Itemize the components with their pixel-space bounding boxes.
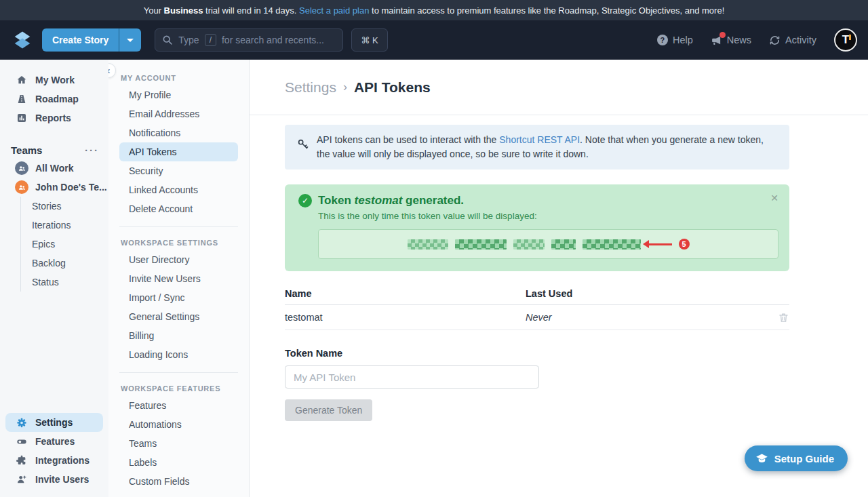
redacted-token-segment — [551, 239, 576, 250]
sidebar-label: Integrations — [35, 455, 90, 466]
sidebar-item-john-does-team[interactable]: John Doe's Te... — [0, 178, 108, 197]
subnav-item-import-sync[interactable]: Import / Sync — [119, 288, 238, 307]
subnav-item-email-addresses[interactable]: Email Addresses — [119, 104, 238, 123]
section-header-workspace-settings: WORKSPACE SETTINGS — [108, 235, 249, 250]
activity-button[interactable]: Activity — [769, 35, 816, 46]
sidebar-item-roadmap[interactable]: Roadmap — [0, 90, 108, 108]
sidebar-item-all-work[interactable]: All Work — [0, 159, 108, 178]
token-generated-alert: ✓ Token testomat generated. ✕ This is th… — [285, 184, 789, 271]
sidebar-label: Reports — [35, 113, 71, 123]
subnav-item-my-profile[interactable]: My Profile — [119, 85, 238, 104]
sidebar-item-status[interactable]: Status — [21, 273, 108, 292]
select-paid-plan-link[interactable]: Select a paid plan — [299, 5, 369, 16]
team-sub-list: Stories Iterations Epics Backlog Status — [20, 197, 108, 292]
sidebar-label: Roadmap — [35, 94, 79, 104]
toggle-icon — [16, 436, 27, 447]
api-tokens-table: Name Last Used testomat Never — [285, 282, 789, 330]
subnav-item-api-tokens[interactable]: API Tokens — [119, 142, 238, 161]
sidebar-item-invite-users[interactable]: Invite Users — [0, 470, 108, 489]
column-header-last-used: Last Used — [526, 288, 762, 299]
sidebar-item-reports[interactable]: Reports — [0, 108, 108, 127]
token-name-input[interactable] — [285, 365, 539, 389]
gear-icon — [16, 417, 27, 428]
teams-section-header: Teams ··· — [0, 141, 108, 159]
key-icon — [297, 138, 309, 154]
sidebar-label: Settings — [35, 417, 73, 428]
news-button[interactable]: News — [711, 35, 751, 46]
home-icon — [16, 75, 27, 85]
table-header-row: Name Last Used — [285, 282, 789, 305]
subnav-item-notifications[interactable]: Notifications — [119, 123, 238, 142]
sidebar-item-features[interactable]: Features — [0, 432, 108, 451]
generate-token-button[interactable]: Generate Token — [285, 399, 372, 421]
sidebar-label: My Work — [35, 75, 75, 85]
subnav-item-custom-fields[interactable]: Custom Fields — [119, 472, 238, 491]
settings-subnav: ‹ MY ACCOUNT My Profile Email Addresses … — [108, 60, 250, 497]
help-label: Help — [673, 35, 693, 45]
token-name-cell: testomat — [285, 312, 526, 323]
subnav-item-automations[interactable]: Automations — [119, 415, 238, 434]
token-name-label: Token Name — [285, 348, 789, 359]
search-input[interactable]: Type / for search and recents... — [155, 28, 343, 52]
keyboard-shortcut-badge[interactable]: ⌘ K — [351, 28, 387, 52]
shortcut-rest-api-link[interactable]: Shortcut REST API — [499, 134, 580, 145]
setup-guide-label: Setup Guide — [774, 453, 834, 464]
subnav-item-linked-accounts[interactable]: Linked Accounts — [119, 180, 238, 199]
subnav-item-loading-icons[interactable]: Loading Icons — [119, 345, 238, 364]
alert-title-prefix: Token — [318, 194, 355, 207]
teams-menu-icon[interactable]: ··· — [85, 144, 99, 156]
avatar-brand-mark — [849, 35, 851, 40]
news-label: News — [727, 35, 751, 45]
redacted-token-segment — [583, 239, 641, 250]
graduation-cap-icon — [755, 452, 768, 465]
trash-icon — [778, 312, 789, 323]
subnav-item-invite-new-users[interactable]: Invite New Users — [119, 269, 238, 288]
sidebar-bottom-group: Settings Features Integrations Invite Us… — [0, 413, 108, 497]
shortcut-logo-icon[interactable] — [11, 28, 34, 52]
close-icon[interactable]: ✕ — [770, 193, 778, 203]
info-text-before: API tokens can be used to interact with … — [317, 134, 499, 145]
section-header-my-account: MY ACCOUNT — [108, 71, 249, 85]
breadcrumb: Settings › API Tokens — [250, 60, 868, 115]
avatar-letter: T — [842, 33, 849, 47]
sidebar-label: Invite Users — [35, 474, 89, 485]
sidebar-item-epics[interactable]: Epics — [21, 235, 108, 254]
all-work-avatar — [15, 161, 28, 175]
chevron-left-icon: ‹ — [108, 65, 110, 76]
bar-chart-icon — [16, 113, 27, 123]
teams-header-label: Teams — [11, 144, 42, 156]
main-content: Settings › API Tokens API tokens can be … — [250, 60, 868, 497]
subnav-item-teams[interactable]: Teams — [119, 434, 238, 453]
token-value-box: 5 — [318, 229, 778, 259]
sidebar-item-backlog[interactable]: Backlog — [21, 254, 108, 273]
subnav-item-user-directory[interactable]: User Directory — [119, 250, 238, 269]
sidebar-item-stories[interactable]: Stories — [21, 197, 108, 216]
activity-sync-icon — [769, 35, 781, 46]
subnav-item-features[interactable]: Features — [119, 396, 238, 415]
subnav-item-billing[interactable]: Billing — [119, 326, 238, 345]
search-placeholder-prefix: Type — [178, 35, 199, 45]
invite-user-icon — [16, 474, 27, 485]
create-story-dropdown[interactable] — [119, 28, 141, 52]
subnav-item-delete-account[interactable]: Delete Account — [119, 199, 238, 218]
create-story-button[interactable]: Create Story — [42, 28, 141, 52]
top-navbar: Create Story Type / for search and recen… — [0, 20, 868, 60]
help-button[interactable]: ? Help — [657, 35, 693, 45]
sidebar-item-integrations[interactable]: Integrations — [0, 451, 108, 470]
divider — [119, 226, 238, 227]
delete-token-button[interactable] — [778, 312, 789, 323]
trial-banner: Your Business trial will end in 14 days.… — [0, 0, 868, 20]
news-notification-dot — [719, 32, 726, 38]
search-placeholder-suffix: for search and recents... — [222, 35, 324, 45]
sidebar-item-my-work[interactable]: My Work — [0, 71, 108, 90]
slash-key-icon: / — [205, 34, 216, 46]
subnav-item-security[interactable]: Security — [119, 161, 238, 180]
sidebar-item-iterations[interactable]: Iterations — [21, 216, 108, 235]
setup-guide-button[interactable]: Setup Guide — [745, 445, 848, 471]
breadcrumb-settings[interactable]: Settings — [285, 79, 336, 96]
user-avatar[interactable]: T — [834, 28, 857, 52]
sidebar-item-settings[interactable]: Settings — [5, 413, 103, 432]
puzzle-icon — [16, 455, 27, 466]
subnav-item-labels[interactable]: Labels — [119, 453, 238, 472]
subnav-item-general-settings[interactable]: General Settings — [119, 307, 238, 326]
